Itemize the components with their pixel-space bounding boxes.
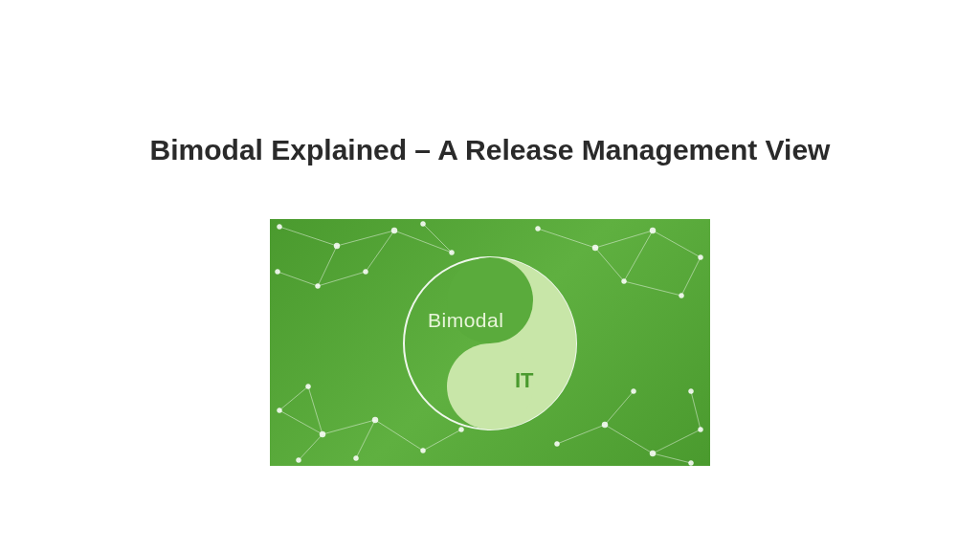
graphic-label-it: IT — [515, 368, 534, 393]
slide-container: Bimodal Explained – A Release Management… — [0, 0, 980, 551]
slide-title: Bimodal Explained – A Release Management… — [150, 134, 831, 166]
graphic-label-bimodal: Bimodal — [428, 309, 503, 332]
yinyang-icon — [270, 219, 710, 466]
bimodal-graphic: Bimodal IT — [270, 219, 710, 466]
